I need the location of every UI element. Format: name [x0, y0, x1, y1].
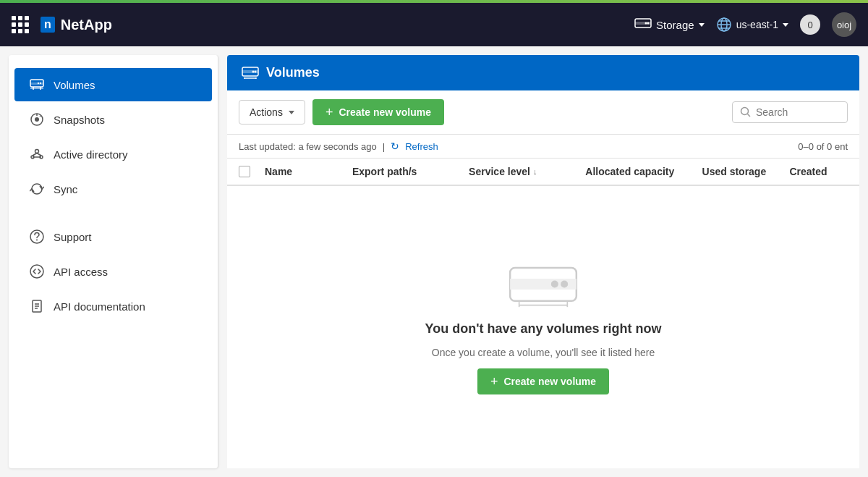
svg-point-36	[252, 70, 255, 72]
table-header-row: Name Export path/s Service level ↓ Alloc…	[227, 159, 859, 186]
svg-point-28	[30, 265, 43, 278]
header-service-level[interactable]: Service level ↓	[469, 166, 585, 177]
separator: |	[383, 141, 385, 152]
storage-label: Storage	[656, 19, 694, 31]
sidebar-item-sync[interactable]: Sync	[14, 172, 212, 206]
volumes-icon	[29, 77, 45, 93]
last-updated: Last updated: a few seconds ago	[239, 141, 377, 152]
sidebar-item-api-docs[interactable]: API documentation	[14, 290, 212, 323]
page-header-icon	[242, 67, 259, 80]
svg-line-23	[33, 153, 37, 156]
sidebar-item-snapshots-label: Snapshots	[54, 114, 105, 126]
svg-point-17	[35, 117, 39, 122]
empty-state: You don't have any volumes right now Onc…	[227, 186, 859, 468]
sort-icon: ↓	[533, 167, 537, 176]
empty-create-volume-button[interactable]: + Create new volume	[477, 368, 609, 394]
empty-create-plus-icon: +	[490, 375, 498, 388]
header-service-level-label: Service level	[469, 166, 530, 177]
support-icon	[29, 229, 45, 245]
svg-point-11	[40, 83, 41, 84]
region-selector[interactable]: us-east-1	[716, 17, 788, 33]
topnav-right: us-east-1 0 oioj	[716, 12, 856, 37]
sidebar-item-support[interactable]: Support	[14, 220, 212, 253]
sidebar-item-support-label: Support	[54, 231, 92, 243]
user-avatar[interactable]: oioj	[832, 12, 856, 37]
sidebar-item-api-access[interactable]: API access	[14, 255, 212, 288]
storage-menu[interactable]: Storage	[634, 18, 705, 31]
actions-button[interactable]: Actions	[239, 100, 305, 124]
svg-point-3	[645, 22, 647, 25]
avatar-initials: oioj	[837, 20, 851, 30]
empty-create-volume-label: Create new volume	[503, 376, 596, 387]
svg-point-12	[38, 83, 39, 84]
empty-subtitle: Once you create a volume, you'll see it …	[432, 347, 655, 358]
header-name: Name	[265, 166, 352, 177]
create-volume-button[interactable]: + Create new volume	[312, 99, 444, 125]
svg-point-27	[36, 240, 38, 241]
region-label: us-east-1	[736, 19, 778, 30]
toolbar: Actions + Create new volume	[227, 90, 859, 135]
logo-text: NetApp	[61, 17, 112, 33]
header-created: Created	[789, 166, 848, 177]
region-chevron-icon	[783, 23, 788, 27]
page-title: Volumes	[266, 65, 320, 80]
storage-chevron-icon	[699, 23, 705, 27]
search-icon	[740, 106, 752, 118]
content-area: Volumes Actions + Create new volume	[227, 55, 859, 468]
refresh-button[interactable]: Refresh	[405, 141, 438, 152]
svg-point-40	[741, 108, 749, 115]
sidebar-item-volumes[interactable]: Volumes	[14, 68, 212, 101]
grid-menu-button[interactable]	[12, 16, 29, 33]
sync-icon	[29, 181, 45, 197]
snapshots-icon	[29, 111, 45, 127]
notification-badge[interactable]: 0	[800, 14, 820, 35]
svg-point-35	[255, 70, 257, 72]
svg-line-41	[748, 114, 751, 117]
actions-chevron-icon	[289, 111, 294, 114]
sidebar-item-active-directory[interactable]: Active directory	[14, 138, 212, 171]
header-allocated-capacity: Allocated capacity	[585, 166, 702, 177]
refresh-icon: ↻	[391, 140, 399, 152]
svg-point-2	[647, 22, 650, 25]
svg-rect-10	[30, 83, 43, 85]
status-bar: Last updated: a few seconds ago | ↻ Refr…	[227, 135, 859, 159]
sidebar-item-volumes-label: Volumes	[54, 79, 95, 91]
create-plus-icon: +	[326, 106, 333, 119]
svg-point-45	[551, 280, 558, 287]
logo: n NetApp	[41, 17, 112, 33]
api-docs-icon	[29, 298, 45, 314]
header-export-path: Export path/s	[352, 166, 469, 177]
sidebar-item-api-docs-label: API documentation	[54, 300, 145, 313]
search-input[interactable]	[756, 106, 828, 118]
empty-state-icon	[507, 261, 579, 311]
sidebar-item-api-access-label: API access	[54, 266, 108, 278]
page-header: Volumes	[227, 55, 859, 90]
logo-icon: n	[41, 17, 55, 33]
svg-line-24	[37, 153, 41, 156]
create-volume-label: Create new volume	[339, 106, 431, 118]
top-navigation: n NetApp Storage us-east-1 0	[0, 3, 868, 46]
svg-point-44	[561, 280, 568, 287]
header-checkbox-col	[239, 166, 265, 177]
globe-icon	[716, 17, 732, 33]
notification-count: 0	[807, 20, 812, 30]
sidebar-item-ad-label: Active directory	[54, 148, 128, 161]
main-area: Volumes Snapshots	[0, 46, 868, 477]
header-used-storage: Used storage	[702, 166, 790, 177]
sidebar: Volumes Snapshots	[9, 55, 218, 468]
select-all-checkbox[interactable]	[239, 166, 250, 177]
sidebar-item-snapshots[interactable]: Snapshots	[14, 103, 212, 136]
search-box[interactable]	[732, 101, 848, 123]
storage-icon	[634, 18, 652, 31]
table-container: Actions + Create new volume Last	[227, 90, 859, 468]
api-access-icon	[29, 263, 45, 279]
actions-label: Actions	[250, 106, 283, 118]
svg-point-20	[35, 150, 39, 153]
svg-line-19	[40, 116, 41, 117]
pagination: 0–0 of 0 ent	[798, 141, 848, 152]
active-directory-icon	[29, 146, 45, 162]
empty-title: You don't have any volumes right now	[425, 321, 662, 337]
sidebar-item-sync-label: Sync	[54, 183, 77, 195]
